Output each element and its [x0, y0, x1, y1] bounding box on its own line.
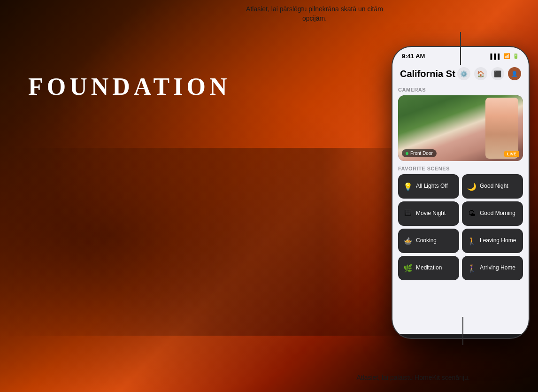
live-badge: LIVE — [504, 151, 519, 157]
annotation-line-bottom — [462, 317, 463, 345]
camera-person — [485, 98, 518, 159]
rooms-button[interactable]: ⬛ — [491, 67, 504, 80]
scene-button-good-night[interactable]: 🌙Good Night — [462, 174, 523, 199]
home-content[interactable]: CAMERAS Front Door LIVE FAVORITE SCENES … — [392, 82, 529, 315]
settings-button[interactable]: ⚙️ — [457, 67, 470, 80]
scene-name: Good Morning — [480, 210, 515, 217]
home-icon-btn[interactable]: 🏠 — [474, 67, 487, 80]
scene-name: Meditation — [416, 264, 442, 272]
status-icons: ▌▌▌ 📶 🔋 — [491, 53, 519, 59]
header-icons: ⚙️ 🏠 ⬛ 👤 — [457, 67, 521, 80]
scene-icon: 🌿 — [403, 264, 413, 273]
home-title: California St — [400, 69, 455, 79]
scene-icon: 🚶 — [467, 237, 477, 246]
scene-icon: 🍲 — [403, 237, 413, 246]
scene-name: Cooking — [416, 237, 437, 245]
iphone-frame: 9:41 AM ▌▌▌ 📶 🔋 California St ⚙️ 🏠 ⬛ 👤 C… — [392, 47, 529, 338]
wifi-icon: 📶 — [504, 53, 510, 59]
annotation-top: Atlasiet, lai pārslēgtu pilnekrāna skatā… — [235, 5, 394, 23]
scene-button-good-morning[interactable]: 🌤Good Morning — [462, 201, 523, 226]
home-app: California St ⚙️ 🏠 ⬛ 👤 CAMERAS Fron — [392, 63, 529, 334]
scene-icon: 🌤 — [467, 209, 477, 218]
camera-dot — [406, 152, 408, 155]
scene-button-all-lights-off[interactable]: 💡All Lights Off — [398, 174, 459, 199]
signal-icon: ▌▌▌ — [491, 54, 501, 59]
scenes-grid: 💡All Lights Off🌙Good Night🎞Movie Night🌤G… — [398, 174, 523, 280]
scene-name: Arriving Home — [480, 264, 515, 272]
scene-button-arriving-home[interactable]: 🚶‍♀️Arriving Home — [462, 256, 523, 280]
scene-name: All Lights Off — [416, 183, 448, 190]
scene-name: Movie Night — [416, 210, 446, 217]
status-time: 9:41 AM — [402, 53, 425, 60]
scene-icon: 🚶‍♀️ — [467, 264, 477, 273]
scene-button-cooking[interactable]: 🍲Cooking — [398, 229, 459, 253]
scene-icon: 💡 — [403, 182, 413, 191]
scene-button-movie-night[interactable]: 🎞Movie Night — [398, 201, 459, 226]
scene-name: Leaving Home — [480, 237, 516, 245]
home-header: California St ⚙️ 🏠 ⬛ 👤 — [392, 63, 529, 82]
camera-card[interactable]: Front Door LIVE — [398, 95, 523, 161]
scene-icon: 🌙 — [467, 182, 477, 191]
battery-icon: 🔋 — [513, 53, 519, 59]
scene-button-leaving-home[interactable]: 🚶Leaving Home — [462, 229, 523, 253]
scene-icon: 🎞 — [403, 209, 413, 218]
user-avatar[interactable]: 👤 — [508, 67, 521, 80]
scenes-section-label: FAVORITE SCENES — [398, 166, 523, 171]
movie-title: FOUNDATION — [28, 73, 231, 100]
cameras-section-label: CAMERAS — [398, 87, 523, 92]
scene-name: Good Night — [480, 183, 508, 190]
scene-button-meditation[interactable]: 🌿Meditation — [398, 256, 459, 280]
camera-label: Front Door — [402, 149, 437, 157]
annotation-line-top — [460, 32, 461, 65]
annotation-bottom: Atlasiet, lai palaistu HomeKit scenāriju… — [352, 373, 474, 383]
